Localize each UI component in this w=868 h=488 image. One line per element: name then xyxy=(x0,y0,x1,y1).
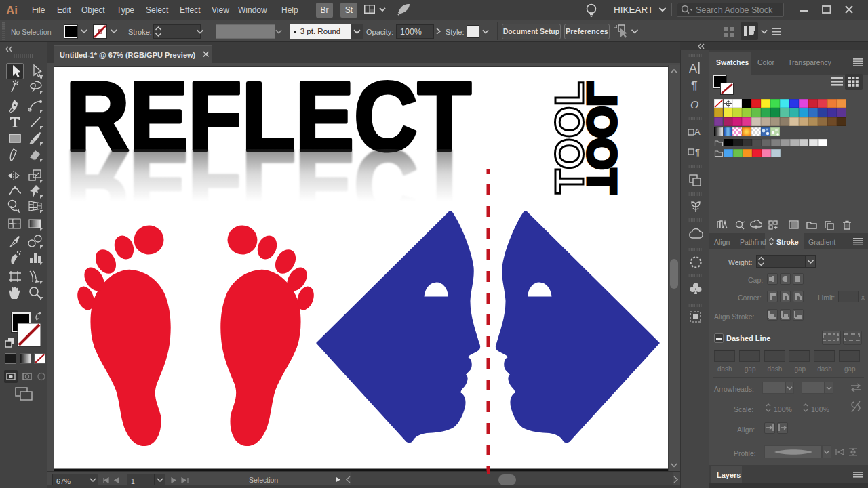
svg-text:O: O xyxy=(690,98,698,110)
svg-text:A: A xyxy=(689,62,697,75)
svg-text:Ai: Ai xyxy=(6,4,18,17)
svg-text:¶: ¶ xyxy=(695,147,700,157)
svg-text:¶: ¶ xyxy=(691,79,697,92)
svg-text:REFLECT: REFLECT xyxy=(66,129,471,239)
svg-text:A: A xyxy=(694,127,701,137)
svg-text:TOOL: TOOL xyxy=(579,81,625,194)
